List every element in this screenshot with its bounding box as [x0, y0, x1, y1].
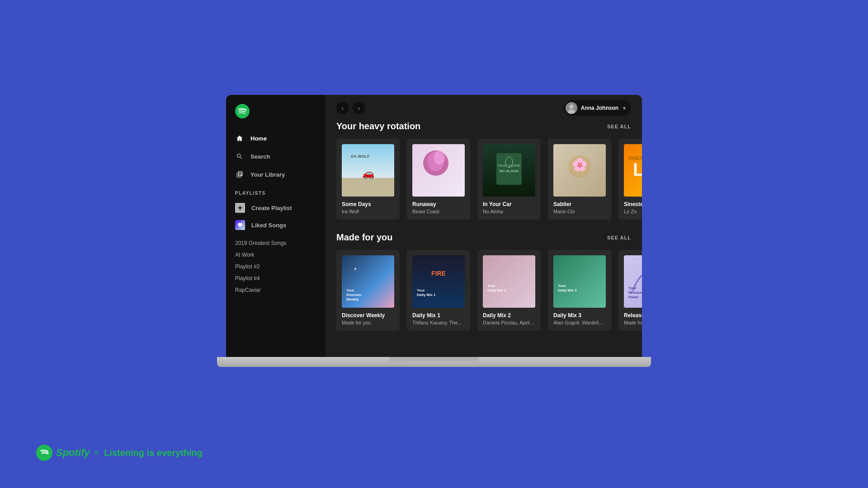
card-subtitle-daily-mix-3: Alan Gogoll, Wardell, Cli...	[553, 320, 606, 325]
card-subtitle-discover-weekly: Made for you	[342, 320, 394, 325]
heavy-rotation-title: Your heavy rotation	[336, 121, 420, 131]
svg-text:Daily Mix 3: Daily Mix 3	[558, 288, 577, 292]
card-image-sinestesia: SINESTESIA Lo Zo	[624, 144, 642, 197]
svg-text:Release: Release	[628, 291, 642, 295]
forward-button[interactable]: ›	[353, 102, 365, 114]
made-for-you-cards: Your Discover Weekly Discover Weekly Mad…	[336, 250, 631, 331]
svg-rect-49	[624, 255, 642, 308]
spotify-wordmark: Spotify	[56, 447, 90, 459]
svg-rect-46	[553, 255, 606, 308]
card-release-radar[interactable]: Your Release Radar Release Radar Made fo…	[618, 250, 642, 331]
svg-text:Lo: Lo	[633, 160, 642, 179]
sidebar: Home Search Your L	[226, 95, 326, 357]
svg-text:Daily Mix 1: Daily Mix 1	[417, 293, 436, 297]
heavy-rotation-section: Your heavy rotation SEE ALL	[336, 121, 631, 220]
card-subtitle-some-days: Ira Wolf	[342, 209, 394, 214]
playlist-item-work[interactable]: At Work	[226, 249, 326, 261]
card-runaway[interactable]: Runaway Beast Coast	[407, 139, 470, 220]
card-title-runaway: Runaway	[412, 201, 465, 207]
heavy-rotation-see-all[interactable]: SEE ALL	[607, 124, 631, 129]
laptop-base	[217, 357, 651, 367]
create-playlist-label: Create Playlist	[251, 205, 292, 211]
card-sablier[interactable]: 🌸 Sablier Marie-Clo	[548, 139, 611, 220]
card-image-in-your-car: NO ALOHA OKAY ALONE	[483, 144, 535, 197]
card-image-discover-weekly: Your Discover Weekly	[342, 255, 394, 308]
chevron-down-icon: ▼	[622, 106, 627, 111]
main-content: ‹ › Anna Johnson ▼	[326, 95, 642, 357]
card-image-some-days: 🚗 DA WOLF	[342, 144, 394, 197]
card-in-your-car[interactable]: NO ALOHA OKAY ALONE In Your Car No Aloha	[477, 139, 541, 220]
svg-text:Discover: Discover	[346, 293, 362, 297]
svg-text:Your: Your	[558, 284, 566, 288]
avatar	[566, 102, 577, 114]
card-subtitle-release-radar: Made for you	[624, 320, 642, 325]
svg-text:🚗: 🚗	[362, 167, 375, 179]
svg-text:Radar: Radar	[628, 295, 639, 299]
card-title-sinestesia: Sinestesia	[624, 201, 642, 207]
liked-songs-label: Liked Songs	[251, 222, 286, 229]
card-image-sablier: 🌸	[553, 144, 606, 197]
svg-point-11	[434, 150, 445, 165]
sidebar-item-library[interactable]: Your Library	[226, 165, 326, 183]
heavy-rotation-cards: 🚗 DA WOLF Some Days Ira Wolf	[336, 139, 631, 220]
heart-icon	[235, 220, 245, 230]
svg-rect-43	[483, 255, 535, 308]
sidebar-item-home[interactable]: Home	[226, 129, 326, 147]
svg-text:Your: Your	[487, 284, 495, 288]
library-icon	[235, 170, 244, 179]
svg-point-2	[569, 104, 574, 109]
card-title-daily-mix-3: Daily Mix 3	[553, 312, 606, 319]
card-some-days[interactable]: 🚗 DA WOLF Some Days Ira Wolf	[336, 139, 400, 220]
svg-text:DA WOLF: DA WOLF	[351, 154, 370, 159]
card-daily-mix-2[interactable]: Your Daily Mix 2 Daily Mix 2 Daniela Pic…	[477, 250, 541, 331]
top-bar: ‹ › Anna Johnson ▼	[326, 95, 642, 121]
playlist-list: 2019 Greatest Songs At Work Playlist #2 …	[226, 237, 326, 296]
card-image-runaway	[412, 144, 465, 197]
card-subtitle-runaway: Beast Coast	[412, 209, 465, 214]
made-for-you-see-all[interactable]: SEE ALL	[607, 235, 631, 240]
plus-icon: +	[235, 203, 245, 213]
card-image-daily-mix-3: Your Daily Mix 3	[553, 255, 606, 308]
sidebar-library-label: Your Library	[250, 171, 285, 178]
laptop-notch	[389, 357, 479, 361]
home-icon	[235, 134, 244, 143]
sidebar-logo	[226, 104, 326, 129]
registered-mark: ®	[94, 450, 99, 456]
liked-songs-button[interactable]: Liked Songs	[226, 216, 326, 234]
search-icon	[235, 152, 244, 161]
card-title-sablier: Sablier	[553, 201, 606, 207]
card-sinestesia[interactable]: SINESTESIA Lo Zo Sinestesia Lo Zo	[618, 139, 642, 220]
card-subtitle-daily-mix-1: Thifany Kauany, The...	[412, 320, 465, 325]
card-title-in-your-car: In Your Car	[483, 201, 535, 207]
made-for-you-section: Made for you SEE ALL	[336, 232, 631, 331]
card-daily-mix-3[interactable]: Your Daily Mix 3 Daily Mix 3 Alan Gogoll…	[548, 250, 611, 331]
sidebar-item-search[interactable]: Search	[226, 147, 326, 165]
svg-rect-39	[412, 255, 465, 308]
playlist-item-2019[interactable]: 2019 Greatest Songs	[226, 237, 326, 249]
made-for-you-header: Made for you SEE ALL	[336, 232, 631, 243]
svg-text:FIRE: FIRE	[431, 270, 446, 277]
svg-text:OKAY ALONE: OKAY ALONE	[498, 164, 520, 168]
playlist-item-2[interactable]: Playlist #2	[226, 261, 326, 272]
user-profile-button[interactable]: Anna Johnson ▼	[564, 100, 631, 116]
card-image-daily-mix-1: FIRE Your Daily Mix 1	[412, 255, 465, 308]
card-daily-mix-1[interactable]: FIRE Your Daily Mix 1 Daily Mix 1 Thifan…	[407, 250, 470, 331]
card-title-release-radar: Release Radar	[624, 312, 642, 319]
card-image-daily-mix-2: Your Daily Mix 2	[483, 255, 535, 308]
heavy-rotation-header: Your heavy rotation SEE ALL	[336, 121, 631, 131]
sidebar-navigation: Home Search Your L	[226, 129, 326, 183]
svg-text:Daily Mix 2: Daily Mix 2	[487, 288, 506, 292]
sidebar-search-label: Search	[250, 153, 270, 160]
back-button[interactable]: ‹	[336, 102, 349, 114]
made-for-you-title: Made for you	[336, 232, 392, 243]
user-name: Anna Johnson	[581, 105, 618, 111]
bottom-branding: Spotify ® Listening is everything	[36, 445, 203, 461]
svg-text:Your: Your	[417, 288, 425, 292]
spotify-logo: Spotify ®	[36, 445, 99, 461]
playlist-item-rapcaviar[interactable]: RapCaviar	[226, 284, 326, 296]
create-playlist-button[interactable]: + Create Playlist	[226, 199, 326, 216]
card-title-daily-mix-1: Daily Mix 1	[412, 312, 465, 319]
sidebar-home-label: Home	[250, 135, 267, 142]
playlist-item-4[interactable]: Playlist #4	[226, 272, 326, 284]
card-discover-weekly[interactable]: Your Discover Weekly Discover Weekly Mad…	[336, 250, 400, 331]
